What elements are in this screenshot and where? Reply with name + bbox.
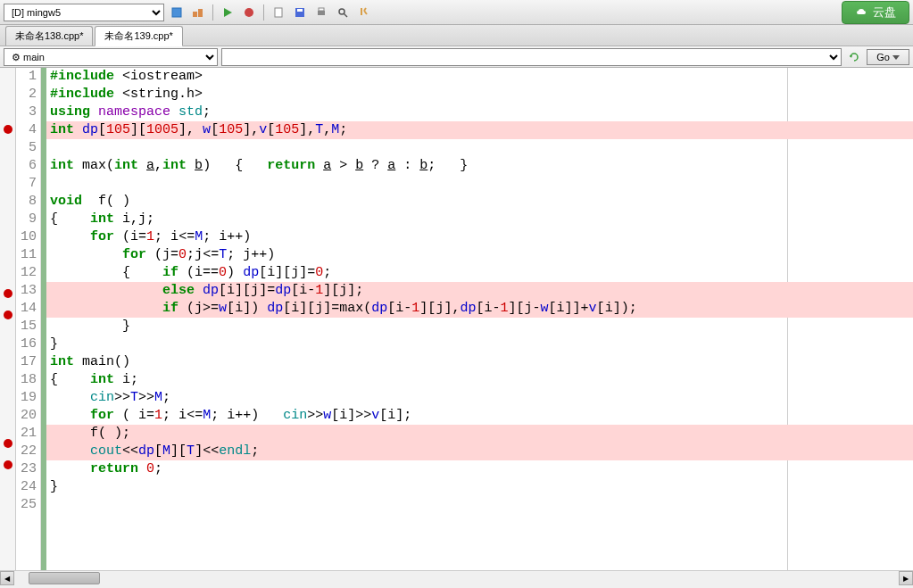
cloud-button[interactable]: 云盘 <box>842 1 909 24</box>
line-numbers: 1234567891011121314151617181920212223242… <box>16 68 41 570</box>
function-select[interactable]: ⚙ main <box>4 48 218 66</box>
scroll-thumb[interactable] <box>29 572 100 584</box>
scroll-left-button[interactable]: ◀ <box>0 571 14 585</box>
new-icon[interactable] <box>270 4 287 21</box>
code-line[interactable]: } <box>46 478 913 496</box>
code-line[interactable]: { if (i==0) dp[i][j]=0; <box>46 264 913 282</box>
svg-marker-13 <box>892 55 900 60</box>
cloud-label: 云盘 <box>873 4 896 21</box>
code-line[interactable] <box>46 175 913 193</box>
tabs-bar: 未命名138.cpp* 未命名139.cpp* <box>0 25 913 46</box>
code-line[interactable]: #include <string.h> <box>46 86 913 104</box>
code-line[interactable]: cout<<dp[M][T]<<endl; <box>46 443 913 460</box>
code-line[interactable]: using namespace std; <box>46 104 913 121</box>
run-icon[interactable] <box>219 4 237 21</box>
compiler-select[interactable]: [D] mingw5 <box>4 4 164 21</box>
go-button[interactable]: Go <box>867 49 909 65</box>
code-line[interactable]: int main() <box>46 353 913 371</box>
save-icon[interactable] <box>291 4 309 21</box>
tab-file-1[interactable]: 未命名139.cpp* <box>95 26 182 46</box>
svg-rect-1 <box>193 12 197 17</box>
print-icon[interactable] <box>312 4 330 21</box>
svg-rect-2 <box>198 9 203 17</box>
stop-icon[interactable] <box>355 4 373 21</box>
code-line[interactable]: #include <iostream> <box>46 68 913 86</box>
code-line[interactable] <box>46 496 913 514</box>
code-line[interactable]: void f( ) <box>46 193 913 211</box>
code-line[interactable]: } <box>46 335 913 353</box>
code-line[interactable]: int max(int a,int b) { return a > b ? a … <box>46 157 913 175</box>
code-line[interactable]: { int i; <box>46 371 913 389</box>
svg-rect-5 <box>275 8 282 17</box>
code-line[interactable]: for ( i=1; i<=M; i++) cin>>w[i]>>v[i]; <box>46 407 913 425</box>
breakpoint-icon[interactable] <box>4 460 12 469</box>
build-icon[interactable] <box>189 4 207 21</box>
code-line[interactable]: for (i=1; i<=M; i++) <box>46 228 913 246</box>
code-line[interactable]: } <box>46 318 913 335</box>
code-line[interactable]: f( ); <box>46 425 913 443</box>
refresh-icon[interactable] <box>845 48 863 66</box>
tab-file-0[interactable]: 未命名138.cpp* <box>5 26 93 46</box>
breakpoint-icon[interactable] <box>4 439 12 448</box>
code-line[interactable]: else dp[i][j]=dp[i-1][j]; <box>46 282 913 300</box>
code-line[interactable]: int dp[105][1005], w[105],v[105],T,M; <box>46 121 913 139</box>
scroll-right-button[interactable]: ▶ <box>899 571 913 585</box>
debug-icon[interactable] <box>240 4 258 21</box>
code-line[interactable]: for (j=0;j<=T; j++) <box>46 246 913 264</box>
code-line[interactable]: if (j>=w[i]) dp[i][j]=max(dp[i-1][j],dp[… <box>46 300 913 318</box>
code-line[interactable]: return 0; <box>46 460 913 478</box>
code-editor[interactable]: 1234567891011121314151617181920212223242… <box>0 68 913 570</box>
separator <box>212 4 213 21</box>
svg-rect-8 <box>318 11 325 15</box>
svg-rect-0 <box>172 8 181 17</box>
breakpoint-margin[interactable] <box>0 68 16 570</box>
code-line[interactable]: cin>>T>>M; <box>46 389 913 407</box>
code-line[interactable]: { int i,j; <box>46 211 913 228</box>
breakpoint-icon[interactable] <box>4 311 12 319</box>
svg-line-11 <box>344 13 347 17</box>
breakpoint-icon[interactable] <box>4 125 12 134</box>
code-content[interactable]: #include <iostream>#include <string.h>us… <box>46 68 913 570</box>
function-bar: ⚙ main Go <box>0 46 913 68</box>
main-toolbar: [D] mingw5 云盘 <box>0 0 913 25</box>
location-select[interactable] <box>221 48 842 66</box>
breakpoint-icon[interactable] <box>4 289 12 298</box>
horizontal-scrollbar[interactable]: ◀ ▶ <box>0 570 913 584</box>
scroll-track[interactable] <box>14 571 899 584</box>
svg-rect-7 <box>297 9 303 12</box>
separator <box>263 4 264 21</box>
svg-point-4 <box>245 8 253 17</box>
code-line[interactable] <box>46 139 913 157</box>
find-icon[interactable] <box>334 4 352 21</box>
svg-rect-9 <box>319 8 324 11</box>
compile-icon[interactable] <box>168 4 186 21</box>
svg-marker-3 <box>224 8 232 17</box>
